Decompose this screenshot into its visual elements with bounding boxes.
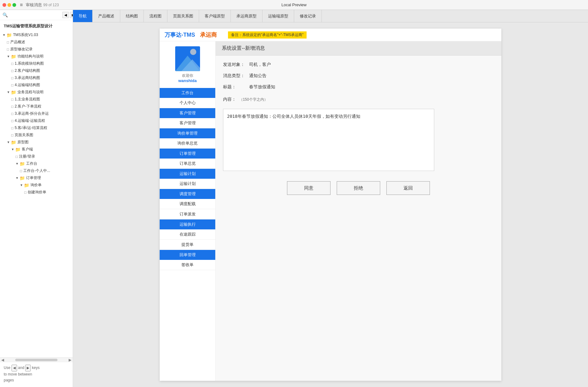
field-label-message-type: 消息类型： bbox=[223, 73, 248, 79]
tree-item-business-flow[interactable]: ▼ 📁 业务流程与说明 bbox=[0, 89, 73, 96]
tab-structure[interactable]: 结构图 bbox=[120, 10, 144, 22]
key-prev-badge: ◀ bbox=[11, 365, 17, 371]
tree-item-inquiry[interactable]: ▼ 📁 询价单 bbox=[0, 182, 73, 189]
nav-header-transport-plan[interactable]: 运输计划 bbox=[160, 169, 215, 179]
tree-item-order-mgmt[interactable]: ▼ 📁 订单管理 bbox=[0, 174, 73, 182]
tab-client-prototype[interactable]: 客户端原型 bbox=[199, 10, 231, 22]
close-btn[interactable] bbox=[2, 3, 6, 7]
nav-header-client-mgmt[interactable]: 客户管理 bbox=[160, 108, 215, 118]
search-input[interactable] bbox=[9, 13, 61, 17]
page-icon: □ bbox=[11, 133, 13, 137]
app-header: 万事达-TMS 承运商 备注：系统设定的"承运商名"+"-TMS承运商" bbox=[160, 29, 501, 41]
tab-page-relation[interactable]: 页面关系图 bbox=[167, 10, 199, 22]
nav-sub-receipt[interactable]: 签收单 bbox=[160, 260, 215, 270]
menu-icon: ≡ bbox=[20, 2, 23, 8]
tree-label: 5.客/承/运-结算流程 bbox=[15, 125, 47, 131]
page-icon: □ bbox=[7, 40, 9, 44]
nav-next-button[interactable]: ▶ bbox=[70, 12, 73, 18]
page-icon: □ bbox=[11, 112, 13, 116]
tree-label: 原型图 bbox=[17, 140, 29, 145]
tab-carrier-prototype[interactable]: 承运商原型 bbox=[231, 10, 262, 22]
folder-icon: 📁 bbox=[11, 140, 16, 145]
avatar-welcome: 欢迎你 bbox=[182, 73, 193, 78]
tree-item-prototype[interactable]: ▼ 📁 原型图 bbox=[0, 139, 73, 146]
collapse-icon: ▼ bbox=[7, 55, 10, 58]
tree-item-workbench-personal[interactable]: □ 工作台-个人中... bbox=[0, 167, 73, 174]
reject-button[interactable]: 拒绝 bbox=[337, 181, 380, 195]
tree-item-workbench[interactable]: ▼ 📁 工作台 bbox=[0, 160, 73, 167]
nav-sub-order-overview[interactable]: 订单总览 bbox=[160, 159, 215, 169]
nav-header-transport-exec[interactable]: 运输执行 bbox=[160, 219, 215, 229]
tree-item-prototype-log[interactable]: □ 原型修改记录 bbox=[0, 46, 73, 53]
return-button[interactable]: 返回 bbox=[386, 181, 430, 195]
sidebar: 🔍 ◀ ▶ TMS运输管理系统原型设计 ▼ 📁 TMS系统V1.03 □ 产品概… bbox=[0, 10, 73, 387]
tree-item-product-overview[interactable]: □ 产品概述 bbox=[0, 39, 73, 46]
minimize-btn[interactable] bbox=[7, 3, 11, 7]
search-icon: 🔍 bbox=[2, 12, 8, 17]
nav-header-receipt-mgmt[interactable]: 回单管理 bbox=[160, 250, 215, 260]
tree-label: 页面关系图 bbox=[15, 132, 33, 138]
tree-item-settlement-flow[interactable]: □ 5.客/承/运-结算流程 bbox=[0, 124, 73, 131]
nav-sub-order-dispatch[interactable]: 订单派发 bbox=[160, 209, 215, 219]
nav-sub-inquiry-overview[interactable]: 询价单总览 bbox=[160, 138, 215, 149]
nav-sub-client-mgmt[interactable]: 客户管理 bbox=[160, 118, 215, 128]
tree-item-client-order-flow[interactable]: □ 2.客户-下单流程 bbox=[0, 103, 73, 110]
page-icon: □ bbox=[11, 83, 13, 87]
tab-navigation[interactable]: 导航 bbox=[73, 10, 93, 22]
avatar-name: wanshida bbox=[178, 78, 197, 83]
tree-label: 业务流程与说明 bbox=[17, 90, 43, 95]
tree-item-function-structure[interactable]: ▼ 📁 功能结构与说明 bbox=[0, 53, 73, 60]
content-textarea[interactable]: 2018年春节放假通知：公司全体人员休10天年假，如有变动另行通知 bbox=[223, 109, 434, 171]
avatar bbox=[175, 46, 200, 71]
tree-item-tms-root[interactable]: ▼ 📁 TMS系统V1.03 bbox=[0, 31, 73, 39]
tree-label: 工作台 bbox=[26, 161, 37, 166]
nav-header-inquiry-mgmt[interactable]: 询价单管理 bbox=[160, 128, 215, 138]
main-layout: 🔍 ◀ ▶ TMS运输管理系统原型设计 ▼ 📁 TMS系统V1.03 □ 产品概… bbox=[0, 10, 588, 387]
tree-label: 2.客户-下单流程 bbox=[15, 104, 41, 109]
tree-item-carrier-flow[interactable]: □ 3.承运商-拆分合并运 bbox=[0, 110, 73, 117]
content-section: 内容： （150个字之内） bbox=[223, 95, 494, 103]
tree-item-sys-module[interactable]: □ 1.系统模块结构图 bbox=[0, 60, 73, 67]
page-icon: □ bbox=[11, 119, 13, 123]
nav-sub-pickup[interactable]: 提货单 bbox=[160, 240, 215, 250]
field-value-recipient: 司机，客户 bbox=[249, 62, 271, 67]
nav-header-order-mgmt[interactable]: 订单管理 bbox=[160, 149, 215, 159]
field-label-recipient: 发送对象： bbox=[223, 62, 248, 67]
tab-transport-prototype[interactable]: 运输端原型 bbox=[262, 10, 294, 22]
nav-header-workbench[interactable]: 工作台 bbox=[160, 88, 215, 98]
tab-flow[interactable]: 流程图 bbox=[144, 10, 167, 22]
field-value-title: 春节放假通知 bbox=[249, 84, 275, 90]
tree-item-main-flow[interactable]: □ 1.主业务流程图 bbox=[0, 96, 73, 103]
top-bar: ≡ 审核消息 99 of 123 Local Preview bbox=[0, 0, 588, 10]
action-buttons: 同意 拒绝 返回 bbox=[223, 181, 494, 195]
tree-item-client[interactable]: ▼ 📁 客户端 bbox=[0, 146, 73, 153]
maximize-btn[interactable] bbox=[12, 3, 16, 7]
tree-label: 订单管理 bbox=[26, 175, 41, 181]
tree-label: 创建询价单 bbox=[28, 190, 46, 195]
nav-header-dispatch-mgmt[interactable]: 调度管理 bbox=[160, 189, 215, 199]
nav-prev-button[interactable]: ◀ bbox=[62, 12, 69, 18]
agree-button[interactable]: 同意 bbox=[287, 181, 330, 195]
tree-item-transport-flow[interactable]: □ 4.运输端-运输流程 bbox=[0, 117, 73, 124]
folder-icon: 📁 bbox=[20, 176, 25, 181]
page-icon: □ bbox=[11, 104, 13, 109]
scroll-right-icon[interactable]: ▶ bbox=[69, 358, 71, 362]
collapse-icon: ▼ bbox=[7, 141, 10, 144]
nav-sub-tracking[interactable]: 在途跟踪 bbox=[160, 229, 215, 240]
tab-change-log[interactable]: 修改记录 bbox=[294, 10, 322, 22]
tree-label: 2.客户端结构图 bbox=[15, 68, 40, 73]
sidebar-tree: ▼ 📁 TMS系统V1.03 □ 产品概述 □ 原型修改记录 ▼ 📁 功能结构与… bbox=[0, 31, 73, 357]
tree-item-page-relation[interactable]: □ 页面关系图 bbox=[0, 131, 73, 139]
tree-item-transport-structure[interactable]: □ 4.运输端结构图 bbox=[0, 81, 73, 89]
nav-sub-transport-plan[interactable]: 运输计划 bbox=[160, 179, 215, 189]
tree-item-carrier-structure[interactable]: □ 3.承运商结构图 bbox=[0, 74, 73, 81]
folder-icon: 📁 bbox=[20, 161, 25, 166]
nav-sub-dispatch-config[interactable]: 调度配载 bbox=[160, 199, 215, 209]
tree-item-register-login[interactable]: □ 注册/登录 bbox=[0, 153, 73, 160]
scroll-left-icon[interactable]: ◀ bbox=[1, 358, 4, 362]
tab-product-overview[interactable]: 产品概述 bbox=[93, 10, 120, 22]
nav-sub-personal-center[interactable]: 个人中心 bbox=[160, 98, 215, 108]
tree-item-create-inquiry[interactable]: □ 创建询价单 bbox=[0, 189, 73, 196]
tree-item-client-structure[interactable]: □ 2.客户端结构图 bbox=[0, 67, 73, 74]
sidebar-hscroll: ◀ ▶ bbox=[0, 357, 73, 362]
